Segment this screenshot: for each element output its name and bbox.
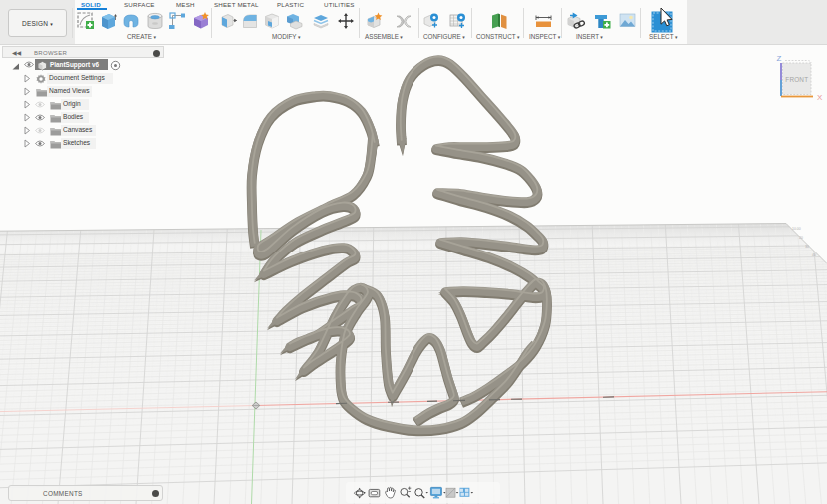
svg-text:40: 40 <box>812 253 816 257</box>
svg-text:FRONT: FRONT <box>785 76 808 83</box>
svg-text:10.00: 10.00 <box>792 227 801 231</box>
svg-text:X: X <box>817 93 823 102</box>
svg-text:20: 20 <box>799 236 803 240</box>
svg-text:Z: Z <box>777 54 782 63</box>
svg-text:30: 30 <box>805 245 809 249</box>
